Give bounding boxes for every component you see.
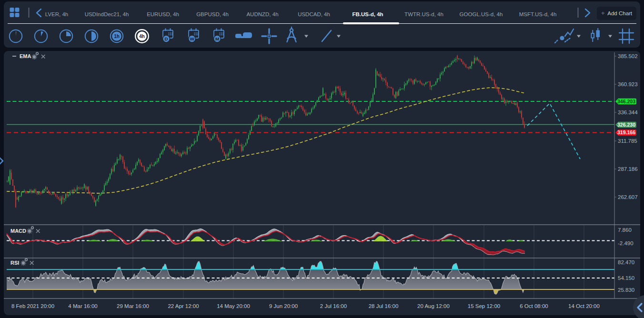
svg-text:287.186: 287.186 bbox=[618, 166, 638, 172]
svg-text:1h: 1h bbox=[114, 34, 120, 39]
svg-text:4h: 4h bbox=[139, 34, 145, 39]
svg-text:14 May 20:00: 14 May 20:00 bbox=[217, 303, 250, 309]
svg-text:8 Feb 2021 20:00: 8 Feb 2021 20:00 bbox=[11, 303, 54, 309]
svg-text:D: D bbox=[164, 36, 168, 41]
svg-text:22 Apr 12:00: 22 Apr 12:00 bbox=[168, 303, 199, 309]
svg-text:2 Jul 16:00: 2 Jul 16:00 bbox=[320, 303, 347, 309]
svg-text:EMA: EMA bbox=[20, 53, 31, 59]
svg-text:W: W bbox=[190, 36, 194, 41]
svg-text:9 Jun 20:00: 9 Jun 20:00 bbox=[269, 303, 298, 309]
svg-text:-2.490: -2.490 bbox=[618, 240, 634, 246]
svg-text:20 Aug 12:00: 20 Aug 12:00 bbox=[417, 303, 450, 309]
svg-text:7.860: 7.860 bbox=[618, 227, 632, 233]
svg-text:326.230: 326.230 bbox=[617, 122, 635, 128]
svg-text:M: M bbox=[215, 36, 219, 41]
svg-text:262.607: 262.607 bbox=[618, 194, 638, 200]
svg-text:360.923: 360.923 bbox=[618, 81, 638, 87]
svg-text:6 Oct 08:00: 6 Oct 08:00 bbox=[520, 303, 548, 309]
svg-text:28 Jul 16:00: 28 Jul 16:00 bbox=[369, 303, 399, 309]
svg-text:82.470: 82.470 bbox=[618, 259, 634, 265]
svg-text:14 Oct 20:00: 14 Oct 20:00 bbox=[568, 303, 600, 309]
svg-text:29 Mar 16:00: 29 Mar 16:00 bbox=[117, 303, 149, 309]
svg-text:346.203: 346.203 bbox=[617, 99, 635, 104]
svg-text:336.344: 336.344 bbox=[618, 109, 638, 115]
svg-text:311.785: 311.785 bbox=[618, 138, 637, 144]
svg-text:385.502: 385.502 bbox=[618, 53, 638, 59]
svg-text:25.830: 25.830 bbox=[618, 287, 634, 293]
svg-text:15 Sep 12:00: 15 Sep 12:00 bbox=[468, 303, 500, 309]
svg-text:54.150: 54.150 bbox=[618, 275, 634, 281]
svg-text:MACD: MACD bbox=[10, 228, 26, 234]
svg-text:RSI: RSI bbox=[10, 260, 19, 266]
svg-text:319.166: 319.166 bbox=[617, 129, 635, 135]
svg-text:4 Mar 16:00: 4 Mar 16:00 bbox=[68, 303, 97, 309]
